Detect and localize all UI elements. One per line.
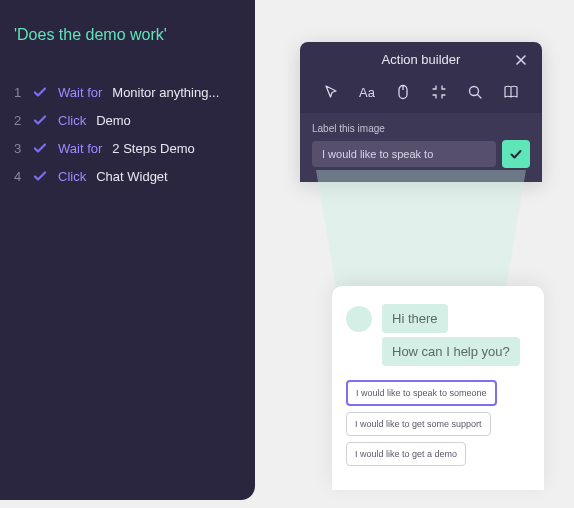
close-icon[interactable] bbox=[514, 53, 528, 67]
step-number: 3 bbox=[14, 141, 22, 156]
check-icon bbox=[32, 140, 48, 156]
step-action: Click bbox=[58, 169, 86, 184]
test-title: 'Does the demo work' bbox=[14, 26, 241, 44]
chat-bubbles: Hi there How can I help you? bbox=[382, 304, 530, 370]
step-row[interactable]: 4 Click Chat Widget bbox=[14, 168, 241, 184]
chat-option-selected[interactable]: I would like to speak to someone bbox=[346, 380, 497, 406]
step-action: Wait for bbox=[58, 85, 102, 100]
action-builder-panel: Action builder Aa Label this image bbox=[300, 42, 542, 182]
text-icon[interactable]: Aa bbox=[358, 83, 376, 101]
step-action: Wait for bbox=[58, 141, 102, 156]
sidebar: 'Does the demo work' 1 Wait for Monitor … bbox=[0, 0, 255, 500]
chat-option[interactable]: I would like to get some support bbox=[346, 412, 491, 436]
mouse-icon[interactable] bbox=[394, 83, 412, 101]
step-action: Click bbox=[58, 113, 86, 128]
check-icon bbox=[32, 84, 48, 100]
cursor-icon[interactable] bbox=[322, 83, 340, 101]
step-number: 2 bbox=[14, 113, 22, 128]
step-number: 4 bbox=[14, 169, 22, 184]
step-number: 1 bbox=[14, 85, 22, 100]
label-input[interactable] bbox=[312, 141, 496, 167]
search-icon[interactable] bbox=[466, 83, 484, 101]
book-icon[interactable] bbox=[502, 83, 520, 101]
step-row[interactable]: 1 Wait for Monitor anything... bbox=[14, 84, 241, 100]
chat-message: Hi there bbox=[382, 304, 448, 333]
step-target: Monitor anything... bbox=[112, 85, 219, 100]
step-target: Chat Widget bbox=[96, 169, 168, 184]
confirm-button[interactable] bbox=[502, 140, 530, 168]
svg-line-3 bbox=[478, 95, 482, 99]
avatar bbox=[346, 306, 372, 332]
chat-options: I would like to speak to someone I would… bbox=[346, 380, 530, 472]
chat-option[interactable]: I would like to get a demo bbox=[346, 442, 466, 466]
action-builder-body: Label this image bbox=[300, 113, 542, 182]
action-builder-title: Action builder bbox=[328, 52, 514, 67]
collapse-icon[interactable] bbox=[430, 83, 448, 101]
step-target: Demo bbox=[96, 113, 131, 128]
chat-header: Hi there How can I help you? bbox=[346, 304, 530, 370]
input-label: Label this image bbox=[312, 123, 530, 134]
action-builder-toolbar: Aa bbox=[300, 75, 542, 113]
step-row[interactable]: 3 Wait for 2 Steps Demo bbox=[14, 140, 241, 156]
check-icon bbox=[32, 112, 48, 128]
chat-widget: Hi there How can I help you? I would lik… bbox=[332, 286, 544, 490]
step-target: 2 Steps Demo bbox=[112, 141, 194, 156]
check-icon bbox=[32, 168, 48, 184]
input-row bbox=[312, 140, 530, 168]
step-row[interactable]: 2 Click Demo bbox=[14, 112, 241, 128]
action-builder-header: Action builder bbox=[300, 42, 542, 75]
chat-message: How can I help you? bbox=[382, 337, 520, 366]
